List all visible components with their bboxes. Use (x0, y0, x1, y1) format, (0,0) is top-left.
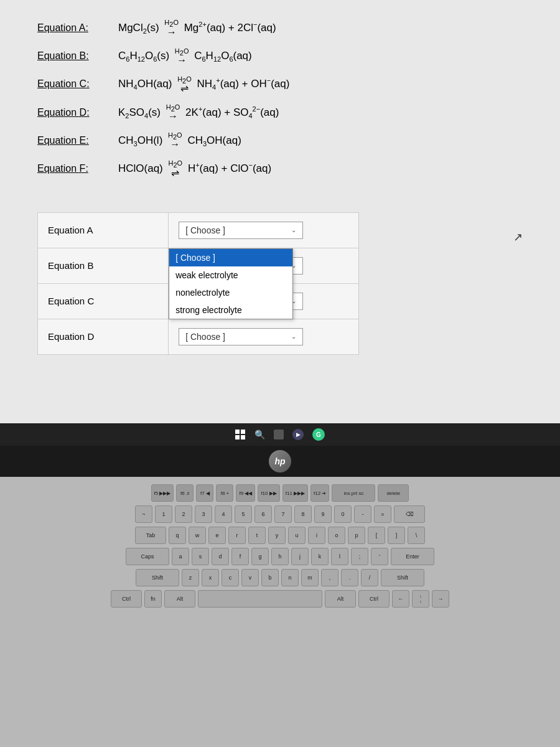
key-q[interactable]: q (169, 527, 186, 544)
dropdown-option-nonelectrolyte[interactable]: nonelectrolyte (169, 284, 292, 301)
key-equals[interactable]: = (374, 505, 391, 523)
key-tab[interactable]: Tab (135, 527, 166, 544)
key-lctrl[interactable]: Ctrl (111, 590, 142, 608)
key-b[interactable]: b (261, 569, 279, 586)
dropdown-option-strong-electrolyte[interactable]: strong electrolyte (169, 301, 292, 319)
key-rctrl[interactable]: Ctrl (358, 590, 390, 608)
key-3[interactable]: 3 (195, 505, 212, 523)
key-comma[interactable]: , (321, 569, 338, 586)
equations-section: Equation A: MgCl2(s) H2O → Mg2+(aq) + 2C… (37, 19, 523, 187)
key-caps[interactable]: Caps (126, 548, 169, 565)
key-w[interactable]: w (189, 527, 206, 544)
key-enter[interactable]: Enter (391, 548, 434, 565)
key-a[interactable]: a (172, 548, 189, 565)
key-rshift[interactable]: Shift (381, 569, 424, 586)
chrome-icon[interactable]: G (312, 428, 325, 441)
key-t[interactable]: t (248, 527, 266, 544)
key-minus[interactable]: - (354, 505, 371, 523)
key-left[interactable]: ← (392, 590, 409, 608)
key-z[interactable]: z (182, 569, 199, 586)
key-updown[interactable]: ↑↓ (412, 590, 429, 608)
eq-content-e: CH3OH(l) H2O → CH3OH(aq) (118, 131, 241, 151)
eq-label-e: Equation E: (37, 135, 112, 146)
keyboard-body: f5 ▶▶▶ f6 ♬ f7 ◀ f8 + f9 ◀◀ f10 ▶▶ f11 ▶… (0, 477, 560, 747)
table-eq-label-a: Equation A (38, 212, 169, 248)
key-m[interactable]: m (301, 569, 319, 586)
key-f[interactable]: f (231, 548, 249, 565)
key-d[interactable]: d (212, 548, 229, 565)
key-f5[interactable]: f5 ▶▶▶ (151, 484, 174, 502)
keyboard-number-row: ~ 1 2 3 4 5 6 7 8 9 0 - = ⌫ (135, 505, 425, 523)
select-dropdown-d[interactable]: [ Choose ] ⌄ (179, 328, 303, 345)
key-f12[interactable]: f12 ➜ (310, 484, 329, 502)
key-fn[interactable]: fn (144, 590, 162, 608)
select-value-d: [ Choose ] (185, 332, 225, 342)
key-rbracket[interactable]: ] (388, 527, 405, 544)
windows-start-icon[interactable] (235, 430, 245, 439)
key-lalt[interactable]: Alt (164, 590, 195, 608)
key-semicolon[interactable]: ; (351, 548, 368, 565)
key-4[interactable]: 4 (215, 505, 232, 523)
key-f8[interactable]: f8 + (216, 484, 233, 502)
key-r[interactable]: r (228, 527, 246, 544)
key-space[interactable] (198, 590, 322, 608)
key-p[interactable]: p (348, 527, 365, 544)
key-s[interactable]: s (192, 548, 209, 565)
key-f10[interactable]: f10 ▶▶ (258, 484, 279, 502)
key-h[interactable]: h (271, 548, 289, 565)
key-j[interactable]: j (291, 548, 309, 565)
key-x[interactable]: x (202, 569, 219, 586)
key-backspace[interactable]: ⌫ (394, 505, 425, 523)
equation-row-a: Equation A: MgCl2(s) H2O → Mg2+(aq) + 2C… (37, 19, 523, 38)
key-n[interactable]: n (281, 569, 299, 586)
equation-row-f: Equation F: HClO(aq) H2O ⇌ H+(aq) + ClO−… (37, 159, 523, 179)
key-0[interactable]: 0 (334, 505, 352, 523)
key-c[interactable]: c (222, 569, 239, 586)
key-prtsc[interactable]: ins prt sc (332, 484, 375, 502)
key-f6[interactable]: f6 ♬ (176, 484, 194, 502)
key-6[interactable]: 6 (254, 505, 272, 523)
key-lshift[interactable]: Shift (136, 569, 179, 586)
arrow-a: H2O → (164, 19, 179, 37)
classification-table: Equation A [ Choose ] ⌄ Equation B [ Cho… (37, 212, 523, 355)
key-u[interactable]: u (288, 527, 306, 544)
key-ralt[interactable]: Alt (325, 590, 356, 608)
key-g[interactable]: g (251, 548, 269, 565)
table-select-cell-d: [ Choose ] ⌄ (169, 319, 359, 354)
table-select-cell-a: [ Choose ] ⌄ (169, 212, 359, 248)
key-e[interactable]: e (208, 527, 226, 544)
key-period[interactable]: . (341, 569, 358, 586)
key-f9[interactable]: f9 ◀◀ (236, 484, 255, 502)
key-2[interactable]: 2 (175, 505, 192, 523)
video-icon[interactable]: ▶ (292, 429, 304, 440)
key-f7[interactable]: f7 ◀ (196, 484, 213, 502)
key-5[interactable]: 5 (235, 505, 252, 523)
eq-content-c: NH4OH(aq) H2O ⇌ NH4+(aq) + OH−(aq) (118, 75, 289, 94)
key-8[interactable]: 8 (294, 505, 312, 523)
key-tilde[interactable]: ~ (135, 505, 152, 523)
table-row-b: Equation B [ Choose ] ⌄ [ Choose ] weak … (38, 248, 523, 283)
key-o[interactable]: o (328, 527, 345, 544)
search-icon[interactable]: 🔍 (254, 429, 265, 440)
key-i[interactable]: i (308, 527, 325, 544)
key-backslash[interactable]: \ (408, 527, 425, 544)
key-k[interactable]: k (311, 548, 329, 565)
key-y[interactable]: y (268, 527, 286, 544)
dropdown-option-choose[interactable]: [ Choose ] (169, 249, 292, 266)
eq-label-a: Equation A: (37, 22, 112, 34)
key-slash[interactable]: / (361, 569, 378, 586)
key-lbracket[interactable]: [ (368, 527, 385, 544)
key-right[interactable]: → (432, 590, 449, 608)
key-1[interactable]: 1 (155, 505, 172, 523)
key-9[interactable]: 9 (314, 505, 332, 523)
key-quote[interactable]: ' (371, 548, 388, 565)
dropdown-option-weak-electrolyte[interactable]: weak electrolyte (169, 266, 292, 284)
key-delete[interactable]: delete (378, 484, 409, 502)
key-f11[interactable]: f11 ▶▶▶ (282, 484, 308, 502)
key-7[interactable]: 7 (274, 505, 292, 523)
eq-content-b: C6H12O6(s) H2O → C6H12O6(aq) (118, 47, 252, 66)
select-dropdown-a[interactable]: [ Choose ] ⌄ (179, 222, 303, 239)
key-v[interactable]: v (241, 569, 259, 586)
key-l[interactable]: l (331, 548, 348, 565)
browser-icon[interactable] (274, 430, 284, 439)
